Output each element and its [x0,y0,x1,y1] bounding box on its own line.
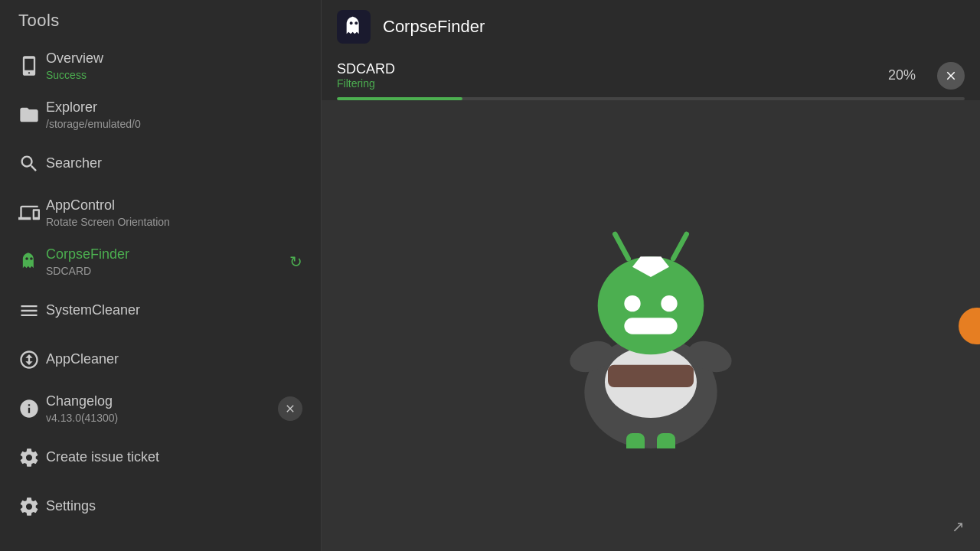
create-issue-text: Create issue ticket [46,449,302,466]
sidebar-item-overview[interactable]: Overview Success [0,41,321,90]
searcher-text: Searcher [46,155,302,172]
main-header: CorpseFinder [322,0,980,54]
main-content: CorpseFinder SDCARD Filtering 20% [322,0,980,551]
sidebar-item-corpsefinder[interactable]: CorpseFinder SDCARD ↻ [0,237,321,286]
sidebar-item-appcleaner[interactable]: AppCleaner [0,335,321,384]
sidebar-item-explorer[interactable]: Explorer /storage/emulated/0 [0,90,321,139]
progress-row: SDCARD Filtering 20% [337,61,965,90]
sidebar-item-systemcleaner[interactable]: SystemCleaner [0,286,321,335]
mascot-area: ↗ [322,100,980,551]
sidebar-item-changelog[interactable]: Changelog v4.13.0(41300) [0,384,321,433]
progress-info: SDCARD Filtering [337,61,395,90]
changelog-text: Changelog v4.13.0(41300) [46,393,278,424]
search-icon [12,153,46,174]
progress-section: SDCARD Filtering 20% [322,54,980,100]
orange-circle [959,308,980,344]
android-mascot [544,204,758,448]
settings-text: Settings [46,498,302,515]
progress-status: Filtering [337,77,395,90]
appcleaner-text: AppCleaner [46,351,302,368]
corpsefinder-spinner: ↻ [289,253,302,271]
progress-location: SDCARD [337,61,395,77]
sidebar: Tools Overview Success Explorer /storage… [0,0,322,551]
cursor-indicator: ↗ [952,517,965,536]
svg-line-6 [615,234,628,259]
svg-rect-10 [624,318,677,334]
settings-icon [12,496,46,517]
issue-icon [12,447,46,468]
recycle-icon [12,349,46,370]
svg-rect-2 [608,364,694,386]
app-icon [337,10,371,44]
svg-line-7 [673,234,686,259]
appcontrol-text: AppControl Rotate Screen Orientation [46,197,302,228]
svg-rect-14 [657,433,675,448]
svg-point-9 [645,262,655,272]
app-title: CorpseFinder [383,17,485,37]
corpsefinder-text: CorpseFinder SDCARD [46,246,289,277]
sidebar-title: Tools [0,0,321,41]
progress-percent: 20% [888,67,916,83]
phone-icon [12,55,46,77]
systemcleaner-text: SystemCleaner [46,302,302,319]
appcontrol-icon [12,202,46,223]
explorer-text: Explorer /storage/emulated/0 [46,99,302,130]
svg-point-4 [624,295,640,311]
sidebar-item-create-issue[interactable]: Create issue ticket [0,433,321,482]
sidebar-item-searcher[interactable]: Searcher [0,139,321,188]
svg-point-5 [661,295,677,311]
ghost-icon [12,251,46,272]
sidebar-item-appcontrol[interactable]: AppControl Rotate Screen Orientation [0,188,321,237]
changelog-close-button[interactable] [278,396,302,421]
list-icon [12,300,46,321]
changelog-icon [12,398,46,419]
progress-controls: 20% [888,62,965,90]
folder-icon [12,104,46,126]
sidebar-item-settings[interactable]: Settings [0,482,321,531]
overview-text: Overview Success [46,51,302,81]
progress-close-button[interactable] [937,62,965,90]
svg-rect-13 [626,433,645,448]
